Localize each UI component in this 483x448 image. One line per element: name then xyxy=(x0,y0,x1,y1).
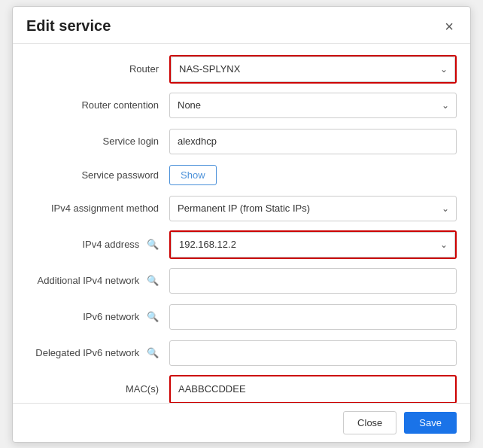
router-contention-select-wrapper: None ⌄ xyxy=(169,93,457,118)
router-contention-row: Router contention None ⌄ xyxy=(13,87,470,123)
show-password-button[interactable]: Show xyxy=(169,165,217,185)
delegated-ipv6-label: Delegated IPv6 network 🔍 xyxy=(26,347,169,358)
macs-label: MAC(s) xyxy=(26,383,169,395)
additional-ipv4-row: Additional IPv4 network 🔍 xyxy=(13,263,470,299)
router-field-wrapper: NAS-SPLYNX ⌄ xyxy=(169,55,457,84)
dialog-footer: Close Save xyxy=(13,403,470,442)
service-login-field-wrapper xyxy=(169,129,457,154)
macs-field-wrapper xyxy=(169,375,457,403)
delegated-ipv6-search-icon: 🔍 xyxy=(147,347,159,358)
router-contention-field-wrapper: None ⌄ xyxy=(169,93,457,118)
ipv6-network-search-icon: 🔍 xyxy=(147,311,159,322)
ipv4-address-select[interactable]: 192.168.12.2 xyxy=(171,232,455,258)
ipv6-network-input[interactable] xyxy=(169,304,457,330)
service-password-row: Service password Show xyxy=(13,160,470,190)
router-contention-select[interactable]: None xyxy=(169,93,457,118)
ipv6-network-field-wrapper xyxy=(169,304,457,330)
service-login-input[interactable] xyxy=(169,129,457,154)
ipv4-address-select-wrapper: 192.168.12.2 ⌄ xyxy=(171,232,455,258)
router-select[interactable]: NAS-SPLYNX xyxy=(171,56,455,82)
macs-input[interactable] xyxy=(171,376,455,402)
additional-ipv4-field-wrapper xyxy=(169,268,457,294)
router-label: Router xyxy=(26,63,169,75)
service-password-field-wrapper: Show xyxy=(169,165,457,185)
additional-ipv4-search-icon: 🔍 xyxy=(147,275,159,286)
dialog-body: Router NAS-SPLYNX ⌄ Router contention No… xyxy=(13,44,470,403)
ipv4-address-label: IPv4 address 🔍 xyxy=(26,239,169,250)
ipv4-assignment-row: IPv4 assignment method Permanent IP (fro… xyxy=(13,190,470,227)
dialog-title: Edit service xyxy=(26,17,111,35)
delegated-ipv6-row: Delegated IPv6 network 🔍 xyxy=(13,335,470,371)
dialog-header: Edit service × xyxy=(13,7,470,44)
service-password-label: Service password xyxy=(26,169,169,181)
router-contention-label: Router contention xyxy=(26,99,169,111)
ipv4-address-search-icon: 🔍 xyxy=(147,239,159,250)
service-login-row: Service login xyxy=(13,123,470,160)
ipv6-network-row: IPv6 network 🔍 xyxy=(13,299,470,335)
additional-ipv4-label: Additional IPv4 network 🔍 xyxy=(26,275,169,286)
ipv4-address-field-wrapper: 192.168.12.2 ⌄ xyxy=(169,230,457,259)
ipv4-assignment-select-wrapper: Permanent IP (from Static IPs) ⌄ xyxy=(169,196,457,221)
router-select-wrapper: NAS-SPLYNX ⌄ xyxy=(171,56,455,82)
delegated-ipv6-input[interactable] xyxy=(169,340,457,366)
close-icon-button[interactable]: × xyxy=(442,17,457,35)
ipv4-assignment-label: IPv4 assignment method xyxy=(26,203,169,214)
ipv4-assignment-field-wrapper: Permanent IP (from Static IPs) ⌄ xyxy=(169,196,457,221)
edit-service-dialog: Edit service × Router NAS-SPLYNX ⌄ Route… xyxy=(12,6,471,443)
delegated-ipv6-field-wrapper xyxy=(169,340,457,366)
ipv4-assignment-select[interactable]: Permanent IP (from Static IPs) xyxy=(169,196,457,221)
save-button[interactable]: Save xyxy=(404,412,457,434)
additional-ipv4-input[interactable] xyxy=(169,268,457,294)
close-button[interactable]: Close xyxy=(343,411,396,434)
ipv6-network-label: IPv6 network 🔍 xyxy=(26,311,169,322)
service-login-label: Service login xyxy=(26,136,169,147)
